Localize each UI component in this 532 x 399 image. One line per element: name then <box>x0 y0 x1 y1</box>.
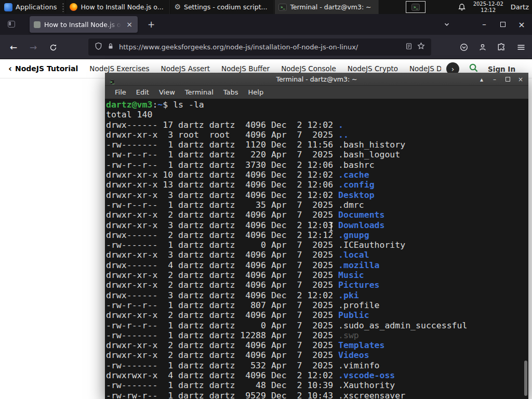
browser-tab[interactable]: How to Install Node.js on × <box>30 16 138 33</box>
terminal-shade-button[interactable]: ▴ <box>478 76 485 83</box>
entry-meta: drwx------ 17 dartz dartz 4096 Dec 2 12:… <box>106 120 338 130</box>
menu-terminal[interactable]: Terminal <box>183 88 215 96</box>
sign-in-button[interactable]: Sign In <box>488 65 515 73</box>
extensions-icon[interactable] <box>493 39 510 56</box>
nav-item-nodejs-assert[interactable]: NodeJS Assert <box>161 64 210 73</box>
lock-icon[interactable] <box>107 42 114 52</box>
terminal-line: drwx------ 4 dartz dartz 4096 Apr 7 2025… <box>106 260 528 270</box>
menu-tabs[interactable]: Tabs <box>222 88 240 96</box>
list-all-tabs-icon[interactable] <box>441 18 453 31</box>
applications-menu[interactable]: Applications <box>0 0 61 14</box>
entry-meta: drwxrwxr-x 4 dartz dartz 4096 Dec 2 12:0… <box>106 370 338 380</box>
window-close-button[interactable]: × <box>515 18 528 31</box>
terminal-maximize-button[interactable] <box>504 77 511 82</box>
window-minimize-button[interactable]: – <box>478 18 490 31</box>
nav-item-nodejs-crypto[interactable]: NodeJS Crypto <box>348 64 398 73</box>
terminal-titlebar[interactable]: >_ Terminal - dartz@vm3: ~ ▴ – × <box>105 73 528 86</box>
entry-name: .profile <box>338 300 379 310</box>
nav-item-label: NodeJS Assert <box>161 64 210 73</box>
terminal-icon: >_ <box>411 4 420 11</box>
hamburger-menu-icon[interactable] <box>513 39 529 56</box>
terminal-line: -rw------- 1 dartz dartz 0 Apr 7 2025 .I… <box>106 240 528 250</box>
task-button-settings[interactable]: ⚙Settings - codium script... <box>170 0 274 14</box>
task-button-firefox[interactable]: How to Install Node.js o... <box>65 0 170 14</box>
menu-view[interactable]: View <box>157 88 177 96</box>
clock[interactable]: 2025-12-02 12:12 <box>473 1 503 14</box>
entry-meta: -rw-r--r-- 1 dartz dartz 0 Apr 7 2025 <box>106 321 338 330</box>
entry-name: Pictures <box>338 280 379 290</box>
back-button[interactable]: ← <box>5 39 22 56</box>
terminal-close-button[interactable]: × <box>517 76 524 83</box>
entry-meta: -rw-r--r-- 1 dartz dartz 220 Apr 7 2025 <box>106 150 338 159</box>
terminal-line: drwxr-xr-x 2 dartz dartz 4096 Apr 7 2025… <box>106 210 528 220</box>
terminal-minimize-button[interactable]: – <box>491 76 498 83</box>
tab-favicon <box>34 21 41 28</box>
terminal-scrollbar-thumb[interactable] <box>524 361 527 396</box>
reader-view-icon[interactable] <box>405 42 413 52</box>
task-label: Terminal - dartz@vm3: ~ <box>290 3 371 11</box>
url-bar[interactable]: https://www.geeksforgeeks.org/node-js/in… <box>88 38 431 56</box>
entry-meta: drwxr-xr-x 3 dartz dartz 4096 Dec 2 12:0… <box>106 220 338 230</box>
task-button-terminal[interactable]: >_Terminal - dartz@vm3: ~ <box>274 0 379 14</box>
entry-meta: -rw------- 1 dartz dartz 48 Dec 2 10:39 <box>106 380 338 390</box>
terminal-total-line: total 140 <box>106 110 528 119</box>
terminal-line: drwxr-xr-x 3 dartz dartz 4096 Dec 2 12:0… <box>106 220 528 230</box>
entry-meta: drwxr-xr-x 2 dartz dartz 4096 Apr 7 2025 <box>106 280 338 290</box>
tab-close-icon[interactable]: × <box>125 20 134 29</box>
top-panel: Applications How to Install Node.js o...… <box>0 0 532 14</box>
account-icon[interactable] <box>474 39 491 56</box>
window-maximize-button[interactable] <box>497 18 509 31</box>
entry-name: .xscreensaver <box>338 391 405 399</box>
entry-name: .gnupg <box>338 230 369 240</box>
entry-name: .local <box>338 250 369 260</box>
menu-help[interactable]: Help <box>247 88 265 96</box>
pocket-icon[interactable] <box>456 39 472 56</box>
terminal-output[interactable]: dartz@vm3:~$ ls -latotal 140drwx------ 1… <box>105 99 528 399</box>
nav-item-nodejs-exercises[interactable]: NodeJS Exercises <box>89 64 149 73</box>
entry-meta: -rw------- 1 dartz dartz 532 Apr 7 2025 <box>106 361 338 370</box>
terminal-line: -rw-r--r-- 1 dartz dartz 807 Apr 7 2025 … <box>106 300 528 310</box>
entry-name: .pki <box>338 290 359 300</box>
entry-name: Templates <box>338 340 384 350</box>
tray-terminal-icon[interactable]: >_ <box>406 1 425 13</box>
task-label: Settings - codium script... <box>184 3 267 11</box>
terminal-menubar: FileEditViewTerminalTabsHelp <box>105 86 528 99</box>
entry-name: .bash_logout <box>338 150 400 159</box>
terminal-line: drwxr-xr-x 2 dartz dartz 4096 Apr 7 2025… <box>106 280 528 290</box>
terminal-line: -rw-r--r-- 1 dartz dartz 220 Apr 7 2025 … <box>106 150 528 159</box>
new-tab-button[interactable]: + <box>144 18 158 31</box>
entry-name: .bash_history <box>338 140 405 150</box>
site-nav-items: ‹NodeJS TutorialNodeJS ExercisesNodeJS A… <box>8 64 481 73</box>
browser-tab-bar: How to Install Node.js on × + – × <box>0 14 532 35</box>
entry-name: .dmrc <box>338 200 364 210</box>
applications-label: Applications <box>16 3 57 11</box>
nav-item-nodejs-tutorial[interactable]: ‹NodeJS Tutorial <box>8 64 78 73</box>
firefox-view-icon[interactable] <box>8 21 15 28</box>
terminal-title: Terminal - dartz@vm3: ~ <box>105 75 528 83</box>
reload-button[interactable] <box>45 39 61 56</box>
terminal-line: drwxr-xr-x 3 root root 4096 Apr 7 2025 .… <box>106 130 528 140</box>
entry-meta: drwxr-xr-x 10 dartz dartz 4096 Dec 2 12:… <box>106 170 338 180</box>
nav-item-nodejs-console[interactable]: NodeJS Console <box>281 64 336 73</box>
entry-meta: -rw-rw-r-- 1 dartz dartz 9529 Dec 2 10:4… <box>106 391 338 399</box>
url-text: https://www.geeksforgeeks.org/node-js/in… <box>119 43 401 51</box>
entry-name: .mozilla <box>338 260 379 270</box>
tracking-shield-icon[interactable] <box>95 42 102 52</box>
nav-item-nodejs-buffer[interactable]: NodeJS Buffer <box>221 64 270 73</box>
bookmark-star-icon[interactable] <box>417 42 425 52</box>
chevron-left-icon: ‹ <box>8 65 12 72</box>
user-menu[interactable]: Dartz <box>511 3 529 11</box>
notifications-bell-icon[interactable] <box>458 3 466 11</box>
entry-name: . <box>338 120 343 130</box>
menu-file[interactable]: File <box>113 88 128 96</box>
terminal-line: drwx------ 17 dartz dartz 4096 Dec 2 12:… <box>106 120 528 130</box>
terminal-line: drwxr-xr-x 13 dartz dartz 4096 Dec 2 12:… <box>106 180 528 190</box>
terminal-line: -rw------- 1 dartz dartz 12288 Apr 7 202… <box>106 330 528 340</box>
task-list: How to Install Node.js o...⚙Settings - c… <box>65 0 379 14</box>
maximize-icon <box>506 77 510 82</box>
entry-name: Music <box>338 270 364 280</box>
terminal-line: -rw-r--r-- 1 dartz dartz 3730 Dec 2 12:0… <box>106 160 528 170</box>
forward-button[interactable]: → <box>25 39 42 56</box>
panel-separator <box>62 3 64 12</box>
menu-edit[interactable]: Edit <box>135 88 151 96</box>
